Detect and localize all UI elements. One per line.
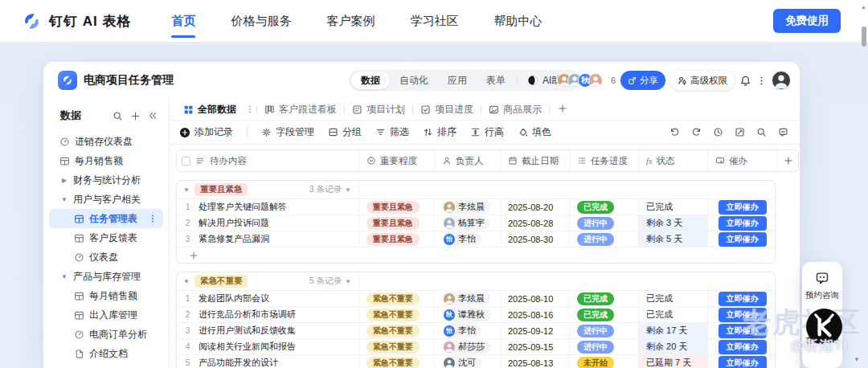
group-record-count[interactable]: 5 条记录▼: [309, 276, 351, 287]
nav-item-0[interactable]: 首页: [154, 0, 213, 42]
advanced-permission-button[interactable]: 高级权限: [670, 71, 735, 90]
nav-item-1[interactable]: 价格与服务: [213, 0, 309, 42]
status-cell[interactable]: 剩余 20 天: [638, 339, 707, 354]
share-button[interactable]: 分享: [620, 71, 665, 90]
owner-cell[interactable]: 郝莎莎: [434, 339, 500, 354]
task-cell[interactable]: 4阅读相关行业新闻和报告: [177, 339, 358, 354]
toolbar-history-icon[interactable]: [713, 127, 723, 137]
column-header-5[interactable]: fx状态: [638, 150, 707, 171]
due-date-cell[interactable]: 2025-08-16: [500, 307, 569, 322]
add-view-button[interactable]: [550, 102, 575, 117]
mode-tab-3[interactable]: 表单: [477, 72, 515, 89]
progress-cell[interactable]: 进行中: [569, 323, 638, 338]
chevron-down-icon[interactable]: ▼: [60, 273, 68, 280]
remind-now-button[interactable]: 立即催办: [719, 356, 767, 368]
chevron-down-icon[interactable]: ▼: [183, 186, 190, 194]
progress-cell[interactable]: 未开始: [569, 355, 638, 368]
column-header-1[interactable]: 重要程度: [358, 150, 434, 171]
owner-cell[interactable]: 沈可: [434, 355, 500, 368]
toolbar-field-button[interactable]: 字段管理: [261, 125, 314, 139]
sidebar-item-10[interactable]: 电商订单分析: [49, 325, 163, 344]
collaborator-avatars[interactable]: 秋: [557, 73, 603, 88]
progress-cell[interactable]: 进行中: [569, 339, 638, 354]
chevron-down-icon[interactable]: ▼: [60, 196, 68, 203]
priority-cell[interactable]: 紧急不重要: [358, 291, 434, 306]
nav-item-2[interactable]: 客户案例: [309, 0, 392, 42]
toolbar-undo-icon[interactable]: [669, 127, 680, 137]
free-trial-button[interactable]: 免费使用: [773, 9, 841, 33]
sidebar-item-0[interactable]: 进销存仪表盘: [49, 132, 163, 151]
owner-cell[interactable]: 秋谭雅秋: [434, 307, 500, 322]
mode-tab-0[interactable]: 数据: [351, 72, 390, 89]
mode-tab-1[interactable]: 自动化: [390, 72, 438, 89]
group-record-count[interactable]: 3 条记录▼: [309, 184, 351, 195]
task-cell[interactable]: 1发起团队内部会议: [177, 291, 358, 306]
status-cell[interactable]: 已延期 7 天: [638, 355, 707, 368]
add-record-row[interactable]: [177, 247, 775, 263]
toolbar-fill-color-button[interactable]: 填色: [518, 125, 551, 139]
item-more-icon[interactable]: [148, 214, 158, 223]
view-more-icon[interactable]: [244, 104, 256, 114]
progress-cell[interactable]: 已完成: [569, 307, 638, 322]
sidebar-item-5[interactable]: 客户反馈表: [49, 228, 163, 247]
sidebar-item-9[interactable]: 出入库管理: [49, 305, 163, 325]
progress-cell[interactable]: 进行中: [569, 231, 638, 247]
task-cell[interactable]: 3紧急修复产品漏洞: [177, 231, 358, 247]
priority-cell[interactable]: 紧急不重要: [358, 323, 434, 338]
toolbar-row-height-button[interactable]: 行高: [470, 125, 504, 139]
column-header-6[interactable]: 催办: [707, 150, 776, 171]
owner-cell[interactable]: 李炫晨: [434, 291, 500, 306]
collapse-sidebar-icon[interactable]: [148, 111, 158, 121]
sidebar-item-11[interactable]: 介绍文档: [49, 344, 163, 363]
nav-item-4[interactable]: 帮助中心: [476, 0, 559, 42]
progress-cell[interactable]: 已完成: [569, 199, 638, 215]
task-cell[interactable]: 5产品功能开发的设计: [177, 355, 358, 368]
view-tab-0[interactable]: 全部数据: [176, 103, 244, 117]
add-icon[interactable]: [130, 111, 141, 121]
owner-cell[interactable]: 怡李怡: [434, 323, 500, 338]
status-cell[interactable]: 剩余 17 天: [638, 323, 707, 338]
chevron-right-icon[interactable]: ▶: [60, 177, 68, 184]
toolbar-redo-icon[interactable]: [691, 127, 702, 137]
due-date-cell[interactable]: 2025-09-15: [500, 339, 569, 354]
profile-avatar[interactable]: [772, 71, 791, 90]
due-date-cell[interactable]: 2025-09-12: [500, 323, 569, 338]
column-header-0[interactable]: 待办内容: [177, 150, 358, 171]
priority-cell[interactable]: 紧急不重要: [358, 355, 434, 368]
mode-tab-2[interactable]: 应用: [438, 72, 477, 89]
toolbar-edit-icon[interactable]: [735, 127, 745, 137]
progress-cell[interactable]: 已完成: [569, 291, 638, 306]
view-tab-4[interactable]: 商品展示: [481, 103, 549, 117]
toolbar-comment-icon[interactable]: [778, 127, 788, 137]
due-date-cell[interactable]: 2025-08-13: [500, 355, 569, 368]
more-menu-icon[interactable]: [756, 76, 767, 86]
remind-now-button[interactable]: 立即催办: [719, 340, 767, 354]
toolbar-search-icon[interactable]: [756, 127, 767, 137]
view-tab-3[interactable]: 项目进度: [413, 103, 481, 117]
brand[interactable]: 钉钉 AI 表格: [21, 10, 131, 32]
add-column-button[interactable]: [776, 150, 800, 171]
toolbar-sort-button[interactable]: 排序: [423, 125, 457, 139]
toolbar-filter-button[interactable]: 筛选: [375, 125, 409, 139]
chevron-down-icon[interactable]: ▼: [183, 278, 190, 285]
due-date-cell[interactable]: 2025-08-10: [500, 291, 569, 306]
column-header-4[interactable]: 任务进度: [569, 150, 638, 171]
priority-cell[interactable]: 重要且紧急: [358, 215, 434, 231]
notification-bell-icon[interactable]: [739, 75, 751, 87]
status-cell[interactable]: 已完成: [638, 291, 707, 306]
due-date-cell[interactable]: 2025-08-30: [500, 231, 569, 247]
sidebar-item-3[interactable]: ▼用户与客户相关: [49, 190, 163, 209]
toolbar-add-record-button[interactable]: 添加记录: [179, 125, 233, 139]
owner-cell[interactable]: 怡李怡: [434, 231, 500, 247]
owner-cell[interactable]: 李炫晨: [434, 199, 500, 215]
select-all-checkbox[interactable]: [182, 157, 190, 166]
task-cell[interactable]: 2解决用户投诉问题: [177, 215, 358, 231]
status-cell[interactable]: 剩余 5 天: [638, 231, 707, 247]
status-cell[interactable]: 剩余 3 天: [638, 215, 707, 231]
sidebar-item-8[interactable]: 每月销售额: [49, 286, 163, 305]
remind-now-button[interactable]: 立即催办: [719, 232, 767, 247]
due-date-cell[interactable]: 2025-08-28: [500, 215, 569, 231]
toolbar-group-button[interactable]: 分组: [328, 125, 362, 139]
scrollbar-thumb[interactable]: [862, 27, 866, 47]
remind-now-button[interactable]: 立即催办: [719, 216, 767, 231]
